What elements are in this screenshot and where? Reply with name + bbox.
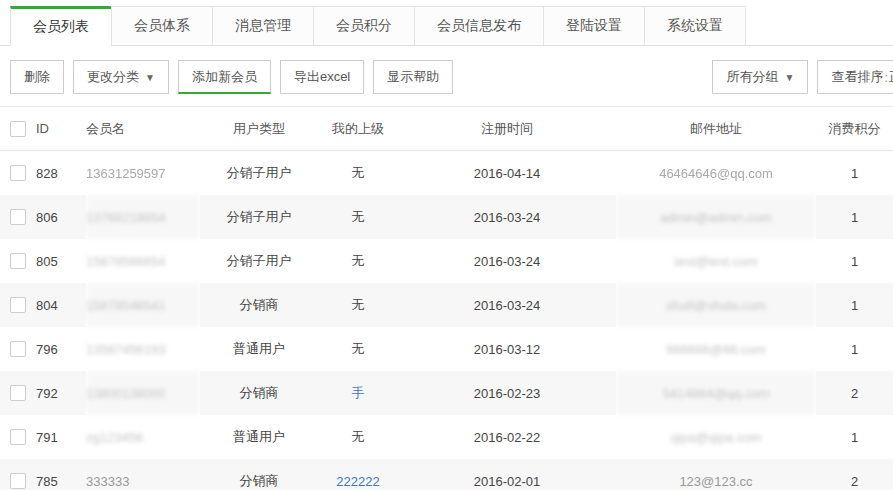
- row-checkbox[interactable]: [10, 209, 26, 225]
- tab-label: 会员列表: [33, 18, 89, 36]
- cell-upline-link[interactable]: 222222: [318, 459, 398, 490]
- cell-upline: 无: [318, 239, 398, 283]
- cell-email: 5414864@qq.com: [616, 371, 816, 415]
- cell-points: 2: [816, 459, 893, 490]
- cell-reg-date: 2016-02-01: [398, 459, 616, 490]
- export-excel-label: 导出excel: [294, 68, 350, 86]
- cell-email: test@test.com: [616, 239, 816, 283]
- cell-member-id: 804: [36, 283, 86, 327]
- tab-label: 登陆设置: [566, 17, 622, 35]
- cell-member-name: 15878546541: [86, 283, 200, 327]
- table-row: 806 13766218854 分销子用户 无 2016-03-24 admin…: [0, 195, 893, 239]
- cell-upline: 无: [318, 283, 398, 327]
- tab-4[interactable]: 会员积分: [313, 6, 415, 46]
- cell-member-id: 805: [36, 239, 86, 283]
- cell-user-type: 普通用户: [200, 415, 318, 459]
- column-header-id: ID: [36, 107, 86, 151]
- sort-order-value: 正常排序: [889, 68, 893, 86]
- tab-label: 系统设置: [667, 17, 723, 35]
- cell-points: 1: [816, 151, 893, 196]
- cell-points: 1: [816, 283, 893, 327]
- cell-reg-date: 2016-03-12: [398, 327, 616, 371]
- select-all-checkbox[interactable]: [10, 121, 26, 137]
- row-checkbox[interactable]: [10, 253, 26, 269]
- group-filter-label: 所有分组: [726, 68, 778, 86]
- cell-member-id: 791: [36, 415, 86, 459]
- add-member-label: 添加新会员: [192, 68, 257, 86]
- cell-upline: 无: [318, 327, 398, 371]
- tab-6[interactable]: 登陆设置: [543, 6, 645, 46]
- cell-points: 1: [816, 327, 893, 371]
- change-category-label: 更改分类: [87, 68, 139, 86]
- tab-bar: 会员列表 会员体系 消息管理 会员积分 会员信息发布 登陆设置 系统设置: [0, 0, 893, 46]
- member-table: ID 会员名 用户类型 我的上级 注册时间 邮件地址 消费积分 828 1363…: [0, 106, 893, 490]
- table-row: 796 13587456193 普通用户 无 2016-03-12 666666…: [0, 327, 893, 371]
- cell-member-name: zg123456: [86, 415, 200, 459]
- add-member-button[interactable]: 添加新会员: [178, 60, 271, 94]
- tab-7[interactable]: 系统设置: [644, 6, 746, 46]
- row-checkbox[interactable]: [10, 385, 26, 401]
- cell-email: admin@admin.com: [616, 195, 816, 239]
- show-help-label: 显示帮助: [387, 68, 439, 86]
- caret-down-icon: ▼: [784, 72, 794, 83]
- tab-2[interactable]: 会员体系: [111, 6, 213, 46]
- tab-5[interactable]: 会员信息发布: [414, 6, 544, 46]
- cell-reg-date: 2016-03-24: [398, 195, 616, 239]
- show-help-button[interactable]: 显示帮助: [373, 60, 453, 94]
- toolbar: 删除 更改分类 ▼ 添加新会员 导出excel 显示帮助 所有分组 ▼ 查看排序…: [0, 46, 893, 94]
- cell-user-type: 分销子用户: [200, 239, 318, 283]
- tab-label: 会员体系: [134, 17, 190, 35]
- sort-order-prefix: 查看排序: [831, 68, 883, 86]
- cell-reg-date: 2016-02-22: [398, 415, 616, 459]
- cell-member-name: 13631259597: [86, 151, 200, 196]
- cell-points: 2: [816, 371, 893, 415]
- cell-email: qipa@qipa.com: [616, 415, 816, 459]
- cell-email: 123@123.cc: [616, 459, 816, 490]
- cell-user-type: 分销商: [200, 283, 318, 327]
- table-row: 792 13800138000 分销商 手 2016-02-23 5414864…: [0, 371, 893, 415]
- cell-reg-date: 2016-02-23: [398, 371, 616, 415]
- delete-button[interactable]: 删除: [10, 60, 64, 94]
- cell-points: 1: [816, 239, 893, 283]
- row-checkbox[interactable]: [10, 473, 26, 489]
- row-checkbox[interactable]: [10, 165, 26, 181]
- tab-3[interactable]: 消息管理: [212, 6, 314, 46]
- column-header-regdate: 注册时间: [398, 107, 616, 151]
- row-checkbox[interactable]: [10, 341, 26, 357]
- cell-member-id: 785: [36, 459, 86, 490]
- cell-email: sfsdf@sfsda.com: [616, 283, 816, 327]
- table-row: 785 333333 分销商 222222 2016-02-01 123@123…: [0, 459, 893, 490]
- cell-upline: 无: [318, 195, 398, 239]
- tab-1[interactable]: 会员列表: [10, 6, 112, 46]
- cell-email: 46464646@qq.com: [616, 151, 816, 196]
- tab-label: 消息管理: [235, 17, 291, 35]
- cell-email: 666666@66.com: [616, 327, 816, 371]
- cell-member-id: 792: [36, 371, 86, 415]
- cell-points: 1: [816, 415, 893, 459]
- group-filter-dropdown[interactable]: 所有分组 ▼: [712, 60, 808, 94]
- tab-label: 会员信息发布: [437, 17, 521, 35]
- row-checkbox[interactable]: [10, 429, 26, 445]
- cell-member-id: 806: [36, 195, 86, 239]
- table-row: 791 zg123456 普通用户 无 2016-02-22 qipa@qipa…: [0, 415, 893, 459]
- cell-upline-link[interactable]: 手: [318, 371, 398, 415]
- cell-member-name: 333333: [86, 459, 200, 490]
- caret-down-icon: ▼: [145, 72, 155, 83]
- cell-reg-date: 2016-04-14: [398, 151, 616, 196]
- cell-user-type: 分销子用户: [200, 151, 318, 196]
- column-header-name: 会员名: [86, 107, 200, 151]
- table-header-row: ID 会员名 用户类型 我的上级 注册时间 邮件地址 消费积分: [0, 107, 893, 151]
- export-excel-button[interactable]: 导出excel: [280, 60, 364, 94]
- column-header-type: 用户类型: [200, 107, 318, 151]
- toolbar-right: 所有分组 ▼ 查看排序 : 正常排序: [712, 60, 893, 94]
- change-category-dropdown[interactable]: 更改分类 ▼: [73, 60, 169, 94]
- cell-member-name: 15878566654: [86, 239, 200, 283]
- column-header-email: 邮件地址: [616, 107, 816, 151]
- table-row: 828 13631259597 分销子用户 无 2016-04-14 46464…: [0, 151, 893, 196]
- cell-reg-date: 2016-03-24: [398, 283, 616, 327]
- table-row: 805 15878566654 分销子用户 无 2016-03-24 test@…: [0, 239, 893, 283]
- table-row: 804 15878546541 分销商 无 2016-03-24 sfsdf@s…: [0, 283, 893, 327]
- cell-member-id: 796: [36, 327, 86, 371]
- row-checkbox[interactable]: [10, 297, 26, 313]
- sort-order-button[interactable]: 查看排序 : 正常排序: [817, 60, 893, 94]
